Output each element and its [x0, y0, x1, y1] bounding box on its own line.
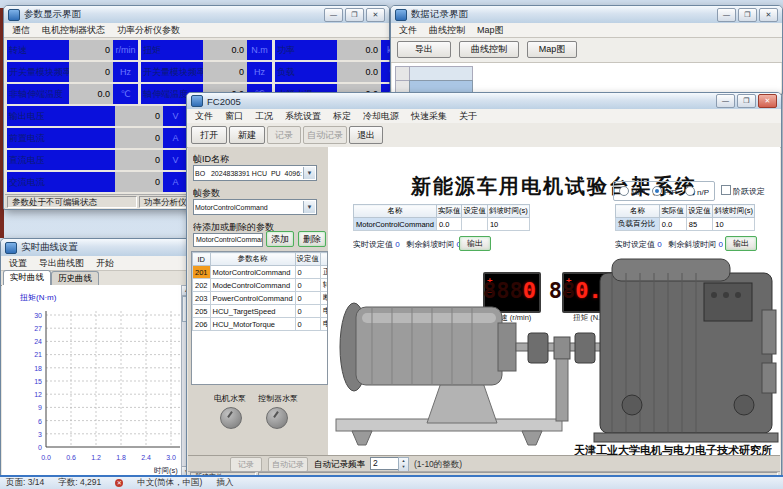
table-row[interactable]: 206 HCU_MotorTorque 0 电机转矩 — [193, 318, 329, 331]
table-row[interactable]: 202 ModeControlCommand 0 转速模式=1， — [193, 279, 329, 292]
exit-button[interactable]: 退出 — [349, 126, 383, 144]
tab-realtime-curve[interactable]: 实时曲线 — [3, 270, 51, 285]
menu-item[interactable]: 电机控制器状态 — [37, 24, 110, 37]
add-button[interactable]: 添加 — [266, 231, 294, 247]
param-label: 非轴伸端温度 — [7, 84, 69, 104]
param-label: 开关量模块频率1 — [7, 62, 69, 82]
menu-item[interactable]: 通信 — [7, 24, 35, 37]
svg-text:0.6: 0.6 — [66, 454, 76, 461]
close-icon[interactable]: ✕ — [759, 8, 778, 22]
frame-id-select[interactable]: BO_ 2024838391 HCU_PU_4096: 8 HCU — [193, 165, 317, 181]
menu-item[interactable]: 设置 — [4, 257, 32, 270]
controller-pump-knob[interactable] — [266, 407, 288, 429]
minimize-icon[interactable] — [324, 8, 343, 22]
table-row[interactable]: 负载百分比 0.0 85 10 — [616, 218, 755, 231]
new-button[interactable]: 新建 — [229, 126, 265, 144]
svg-text:30: 30 — [34, 312, 42, 319]
interval-hint: (1-10的整数) — [414, 459, 462, 471]
insert-mode[interactable]: 插入 — [216, 477, 233, 489]
curve-control-button[interactable]: 曲线控制 — [459, 41, 519, 58]
menu-item-condition[interactable]: 工况 — [250, 110, 278, 123]
output-button[interactable]: 输出 — [459, 236, 491, 251]
svg-text:2.4: 2.4 — [141, 454, 151, 461]
table-row[interactable]: 201 MotorControlCommand 0 正向=1，反向 — [193, 266, 329, 279]
param-label: 开关量模块频率2 — [141, 62, 203, 82]
radio-icon[interactable] — [619, 186, 629, 196]
mode-radio-group: M/P P/P n/P — [613, 181, 715, 201]
maximize-icon[interactable] — [737, 94, 756, 108]
param-window-icon — [8, 9, 20, 21]
param-value: 0 — [115, 128, 163, 148]
table-row[interactable]: 205 HCU_TargetSpeed 0 电机转速 — [193, 305, 329, 318]
record-window-titlebar[interactable]: 数据记录界面 ✕ — [391, 6, 782, 23]
mode-option[interactable]: M/P — [619, 186, 645, 197]
param-value: 0 — [69, 62, 113, 82]
maximize-icon[interactable] — [738, 8, 757, 22]
menu-item[interactable]: 曲线控制 — [424, 24, 470, 37]
step-setting-checkbox[interactable]: 阶跃设定 — [721, 185, 765, 197]
frame-config-panel: 帧ID名称 BO_ 2024838391 HCU_PU_4096: 8 HCU … — [188, 147, 329, 456]
motor-command-table[interactable]: 名称 实际值 设定值 斜坡时间(s) MotorControlCommand 0… — [353, 204, 530, 231]
param-name-input[interactable]: MotorControlCommand — [193, 233, 263, 247]
chevron-down-icon[interactable] — [303, 167, 315, 179]
radio-icon[interactable] — [652, 186, 662, 196]
menu-item[interactable]: 文件 — [394, 24, 422, 37]
radio-icon[interactable] — [685, 186, 695, 196]
frame-param-select[interactable]: MotorControlCommand — [193, 199, 317, 215]
ramp-remaining-value: 0 — [719, 240, 723, 249]
minimize-icon[interactable] — [717, 8, 736, 22]
param-label: 交流电流 — [7, 172, 115, 192]
chevron-down-icon[interactable] — [303, 201, 315, 213]
load-percent-table[interactable]: 名称 实际值 设定值 斜坡时间(s) 负载百分比 0.0 85 10 — [615, 204, 755, 231]
record-button-bottom[interactable]: 记录 — [230, 457, 262, 472]
delete-button[interactable]: 删除 — [298, 231, 326, 247]
spinner-icons[interactable]: ▲▼ — [398, 457, 409, 472]
language-indicator[interactable]: 中文(简体，中国) — [137, 477, 202, 489]
curve-window-titlebar[interactable]: 实时曲线设置 — [1, 239, 193, 256]
frame-param-table[interactable]: ID 参数名称 设定值 说明 201 MotorControlCommand 0… — [192, 252, 328, 331]
menu-item-system-settings[interactable]: 系统设置 — [280, 110, 326, 123]
tab-history-curve[interactable]: 历史曲线 — [51, 271, 99, 285]
param-value: 0 — [203, 62, 247, 82]
menu-item-window[interactable]: 窗口 — [220, 110, 248, 123]
table-row[interactable]: MotorControlCommand 0.0 10 — [354, 218, 530, 231]
mode-option[interactable]: n/P — [685, 186, 709, 197]
menu-item[interactable]: 导出曲线图 — [34, 257, 89, 270]
export-button[interactable]: 导出 — [397, 41, 451, 58]
close-icon[interactable]: ✕ — [366, 8, 385, 22]
table-row[interactable]: 203 PowerControlCommand 0 断开=0，闭合 — [193, 292, 329, 305]
menu-item[interactable]: 开始 — [91, 257, 119, 270]
page-indicator[interactable]: 页面: 3/14 — [6, 477, 44, 489]
param-window-titlebar[interactable]: 参数显示界面 ✕ — [4, 6, 389, 23]
menu-item-calibration[interactable]: 标定 — [328, 110, 356, 123]
open-button[interactable]: 打开 — [191, 126, 227, 144]
menu-item[interactable]: 功率分析仪参数 — [112, 24, 185, 37]
param-unit: A — [163, 172, 188, 192]
menu-item-about[interactable]: 关于 — [454, 110, 482, 123]
word-count[interactable]: 字数: 4,291 — [58, 477, 101, 489]
map-chart-button[interactable]: Map图 — [527, 41, 577, 58]
close-icon[interactable] — [758, 94, 777, 108]
mode-option[interactable]: P/P — [652, 186, 677, 197]
param-value: 0.0 — [69, 84, 113, 104]
auto-record-button[interactable]: 自动记录 — [303, 126, 347, 144]
motor-pump-knob[interactable] — [220, 407, 242, 429]
menu-item-fast-sampling[interactable]: 快速采集 — [406, 110, 452, 123]
param-unit: V — [163, 150, 188, 170]
fc2005-menubar: 文件 窗口 工况 系统设置 标定 冷却电源 快速采集 关于 — [187, 109, 781, 124]
fc2005-titlebar[interactable]: FC2005 — [187, 93, 781, 109]
record-grid[interactable] — [392, 63, 781, 93]
record-button[interactable]: 记录 — [267, 126, 301, 144]
record-window-menubar: 文件 曲线控制 Map图 — [391, 23, 782, 38]
menu-item-file[interactable]: 文件 — [190, 110, 218, 123]
svg-text:27: 27 — [34, 325, 42, 332]
menu-item[interactable]: Map图 — [472, 24, 509, 37]
proofing-icon[interactable]: ✕ — [115, 479, 123, 487]
auto-record-button-bottom[interactable]: 自动记录 — [268, 457, 308, 472]
minimize-icon[interactable] — [716, 94, 735, 108]
output-button[interactable]: 输出 — [725, 236, 757, 251]
maximize-icon[interactable] — [345, 8, 364, 22]
param-label: 负载 — [275, 62, 337, 82]
menu-item-cooling-power[interactable]: 冷却电源 — [358, 110, 404, 123]
checkbox-icon[interactable] — [721, 185, 731, 195]
